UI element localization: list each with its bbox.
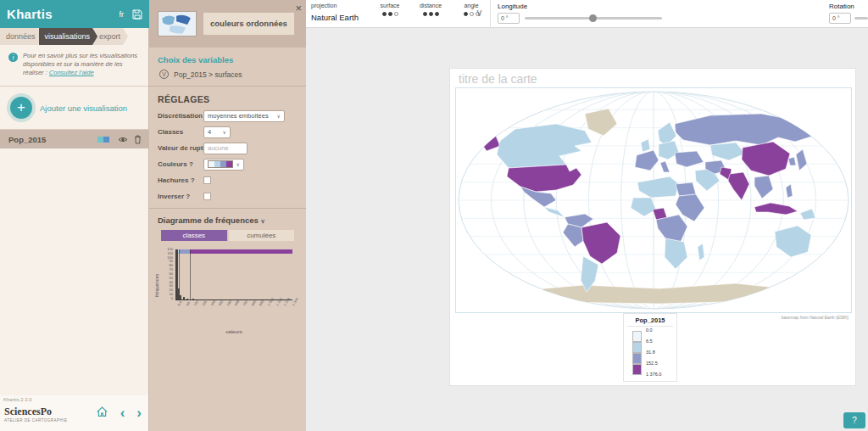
- forward-icon[interactable]: ›: [136, 407, 142, 419]
- metric-dot: [429, 12, 433, 16]
- frequency-diagram-label: Diagramme de fréquences: [158, 216, 259, 225]
- basemap-credit: basemap from Natural Earth (ESRI): [782, 315, 849, 320]
- visibility-eye-icon[interactable]: [117, 134, 129, 144]
- add-visualisation-row: + Ajouter une visualisation: [0, 87, 148, 130]
- rotation-label: Rotation: [829, 3, 854, 10]
- language-button[interactable]: fr: [120, 10, 125, 19]
- legend-ticks: 0.06.531.8152.51 376.0: [646, 329, 676, 377]
- frequency-diagram-title[interactable]: Diagramme de fréquences ∨: [149, 209, 306, 230]
- layer-row-pop-2015[interactable]: Pop_2015: [0, 130, 148, 148]
- khartis-app: Khartis fr données visualisations export…: [0, 0, 868, 431]
- projection-metrics: surfacedistanceangle: [374, 3, 487, 16]
- info-icon: i: [8, 53, 18, 62]
- x-tick-label: 885: [250, 302, 255, 306]
- histogram-bar: [186, 299, 188, 299]
- panel-header: couleurs ordonnées ×: [149, 0, 306, 48]
- x-tick-label: 787: [242, 302, 248, 306]
- class-color-band: [176, 249, 292, 254]
- visualisation-thumbnail: [158, 11, 197, 36]
- x-tick-label: 590: [225, 302, 231, 306]
- class-band-segment: [190, 249, 292, 254]
- discretisation-label: Discrétisation: [158, 112, 203, 120]
- close-icon[interactable]: ×: [295, 2, 302, 14]
- tab-export[interactable]: export: [93, 28, 128, 45]
- hachures-checkbox[interactable]: [203, 176, 211, 184]
- x-tick-label: 295: [201, 302, 206, 306]
- toolbar-divider: [490, 0, 491, 27]
- x-tick-label: 1 180: [275, 302, 280, 306]
- chevron-down-icon: ∨: [223, 129, 226, 135]
- histogram-x-axis-label: valeurs: [175, 329, 292, 334]
- delete-trash-icon[interactable]: [131, 134, 143, 144]
- help-link[interactable]: Consultez l'aide: [49, 69, 94, 76]
- variables-section-title: Choix des variables: [149, 48, 306, 68]
- discretisation-select[interactable]: moyennes emboîtées ∨: [203, 110, 285, 122]
- field-couleurs: Couleurs ? ∨: [149, 156, 306, 172]
- projection-metric-distance: distance: [415, 3, 447, 16]
- inverser-checkbox[interactable]: [203, 193, 211, 200]
- variable-chip[interactable]: V Pop_2015 > surfaces: [149, 68, 306, 87]
- frequency-histogram: fréquences 1201101009080706050403020100 …: [156, 248, 299, 350]
- variable-name: Pop_2015 > surfaces: [174, 70, 242, 79]
- sciencespo-logo: SciencesPo: [4, 406, 52, 418]
- help-text: Pour en savoir plus sur les visualisatio…: [23, 52, 140, 77]
- histogram-bar: [192, 299, 194, 299]
- back-icon[interactable]: ‹: [120, 407, 125, 419]
- map-frame: [455, 87, 852, 313]
- rotation-slider[interactable]: [854, 17, 868, 20]
- histogram-bar: [183, 297, 185, 299]
- sidebar-footer: Khartis 2.3.0 SciencesPo ATELIER DE CART…: [0, 395, 149, 431]
- tab-cumulees[interactable]: cumulées: [229, 230, 295, 241]
- add-visualisation-label[interactable]: Ajouter une visualisation: [40, 104, 127, 113]
- x-tick-label: 1 278: [283, 302, 288, 306]
- help-button[interactable]: ?: [843, 412, 865, 428]
- visualisation-settings-panel: couleurs ordonnées × Choix des variables…: [149, 0, 306, 431]
- x-tick-label: 197: [193, 302, 198, 306]
- metric-dot: [435, 12, 439, 16]
- couleurs-label: Couleurs ?: [158, 160, 193, 168]
- chevron-down-icon: ∨: [277, 113, 281, 119]
- histogram-bar: [180, 295, 181, 299]
- legend-body: 0.06.531.8152.51 376.0: [632, 329, 673, 377]
- save-icon[interactable]: [132, 9, 142, 20]
- x-tick-label: 0.0: [176, 302, 181, 306]
- legend-tick-label: 31.8: [646, 350, 655, 355]
- class-band-segment: [179, 249, 189, 254]
- legend-tick-label: 1 376.0: [646, 372, 661, 378]
- legend-swatch: [632, 331, 642, 342]
- sidebar: données visualisations export i Pour en …: [0, 28, 149, 395]
- y-tick-label: 0: [162, 297, 173, 300]
- longitude-slider[interactable]: [525, 17, 662, 20]
- histogram-plot-area: [175, 249, 292, 300]
- tab-visualisations[interactable]: visualisations: [39, 28, 98, 45]
- map-title[interactable]: titre de la carte: [459, 72, 537, 86]
- home-icon[interactable]: [96, 406, 108, 421]
- projection-dropdown-chevron-icon[interactable]: ∨: [476, 7, 483, 19]
- tab-donnees[interactable]: données: [0, 28, 43, 45]
- legend-tick-label: 152.5: [646, 361, 658, 367]
- longitude-slider-handle[interactable]: [589, 14, 597, 22]
- metric-dot: [394, 12, 398, 16]
- legend-title: Pop_2015: [627, 316, 673, 327]
- tab-classes[interactable]: classes: [161, 230, 227, 241]
- x-tick-label: 983: [259, 302, 264, 306]
- rupture-input[interactable]: [203, 143, 248, 154]
- histogram-x-ticks: 0.0981972953934925906887878859831 0821 1…: [175, 302, 292, 306]
- couleurs-select[interactable]: ∨: [203, 159, 244, 171]
- legend-swatch: [632, 364, 642, 375]
- map-legend[interactable]: Pop_2015 0.06.531.8152.51 376.0: [623, 313, 677, 382]
- projection-select[interactable]: Natural Earth: [311, 13, 359, 22]
- discretisation-value: moyennes emboîtées: [208, 112, 274, 120]
- sciencespo-logo-sub: ATELIER DE CARTOGRAPHIE: [4, 418, 68, 423]
- app-title: Khartis: [7, 7, 120, 21]
- longitude-value[interactable]: 0 °: [498, 13, 520, 24]
- metric-dot: [464, 12, 468, 16]
- footer-nav: ‹ ›: [96, 406, 142, 421]
- rotation-value[interactable]: 0 °: [829, 13, 851, 24]
- sidebar-tabs: données visualisations export: [0, 28, 148, 45]
- add-visualisation-button[interactable]: +: [10, 97, 32, 119]
- layer-color-chip: [97, 137, 109, 143]
- layer-name: Pop_2015: [8, 135, 97, 144]
- settings-title: RÉGLAGES: [149, 87, 306, 108]
- classes-select[interactable]: 4 ∨: [203, 126, 231, 138]
